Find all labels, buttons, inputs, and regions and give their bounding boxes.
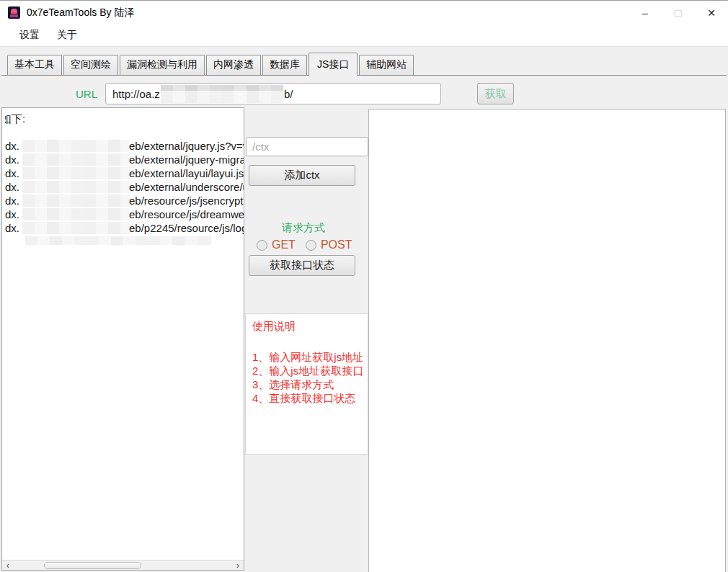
tab-database[interactable]: 数据库 xyxy=(262,55,307,75)
list-item[interactable]: dx.eb/resource/js/jsencrypt.js? xyxy=(5,194,244,207)
tab-basic-tools[interactable]: 基本工具 xyxy=(7,55,62,75)
request-method-label: 请求方式 xyxy=(246,221,361,235)
item-blur xyxy=(22,167,129,179)
usage-item: 3、选择请求方式 xyxy=(252,377,368,391)
list-item[interactable]: dx.eb/external/jquery.js?v=v1.. xyxy=(5,139,244,153)
item-blur xyxy=(22,140,129,152)
scroll-left-arrow[interactable]: ‹ xyxy=(2,560,14,570)
url-input[interactable]: http://oa.z b/ xyxy=(105,83,441,104)
menu-item-about[interactable]: 关于 xyxy=(56,27,79,44)
minimize-button[interactable]: – xyxy=(629,1,662,24)
usage-item: 4、直接获取接口状态 xyxy=(252,391,368,405)
item-blur xyxy=(22,195,129,207)
usage-panel: 使用说明 1、输入网址获取js地址 2、输入js地址获取接口 3、选择请求方式 … xyxy=(245,313,368,455)
item-blur xyxy=(22,181,129,193)
url-label: URL xyxy=(76,88,97,100)
tab-helper-sites[interactable]: 辅助网站 xyxy=(359,55,414,75)
item-blur xyxy=(25,236,211,245)
url-value-suffix: b/ xyxy=(284,88,293,100)
tab-vuln-detect[interactable]: 漏洞检测与利用 xyxy=(120,55,205,75)
get-status-button[interactable]: 获取接口状态 xyxy=(249,255,355,276)
usage-item: 2、输入js地址获取接口 xyxy=(252,364,368,377)
item-blur xyxy=(22,222,129,234)
h-scrollbar[interactable]: ‹ › xyxy=(2,560,244,570)
list-item[interactable]: dx.eb/p2245/resource/js/login xyxy=(5,221,244,235)
post-radio[interactable] xyxy=(306,240,316,251)
scroll-track[interactable] xyxy=(14,560,232,571)
item-blur xyxy=(22,153,129,166)
maximize-button: ▢ xyxy=(662,1,695,24)
menubar: 设置 关于 xyxy=(0,24,728,47)
menu-item-settings[interactable]: 设置 xyxy=(18,27,41,44)
ctx-input[interactable] xyxy=(246,137,368,156)
window-titlebar: 0x7eTeamTools By 陆泽 – ▢ ✕ xyxy=(0,1,728,24)
tab-js-api[interactable]: JS接口 xyxy=(308,53,358,76)
redacted-blur xyxy=(161,85,283,103)
item-blur xyxy=(22,208,129,220)
list-item[interactable]: dx.eb/external/jquery-migrate xyxy=(5,153,244,166)
list-header: 如 下: xyxy=(5,112,244,126)
request-method-row: GET POST xyxy=(257,238,352,251)
post-label[interactable]: POST xyxy=(321,238,352,251)
window-title: 0x7eTeamTools By 陆泽 xyxy=(27,6,134,19)
list-item[interactable]: dx.eb/resource/js/dreamweb- xyxy=(5,207,244,221)
list-item[interactable]: dx.eb/external/underscore/un xyxy=(5,180,244,194)
usage-item: 1、输入网址获取js地址 xyxy=(252,350,368,364)
close-button[interactable]: ✕ xyxy=(695,1,728,24)
url-value-prefix: http://oa.z xyxy=(112,88,160,100)
list-item[interactable]: dx.eb/external/layui/layui.js?v xyxy=(5,166,244,180)
scroll-right-arrow[interactable]: › xyxy=(232,560,244,570)
clipped-char: 如 xyxy=(5,112,12,126)
fetch-button[interactable]: 获取 xyxy=(477,83,514,104)
tab-space-mapping[interactable]: 空间测绘 xyxy=(63,55,118,75)
tab-bar: 基本工具 空间测绘 漏洞检测与利用 内网渗透 数据库 JS接口 辅助网站 xyxy=(1,52,727,76)
usage-title: 使用说明 xyxy=(252,320,368,334)
js-list-panel[interactable]: 如 下: dx.eb/external/jquery.js?v=v1.. dx.… xyxy=(1,107,244,571)
get-radio[interactable] xyxy=(257,240,267,251)
add-ctx-button[interactable]: 添加ctx xyxy=(249,165,355,186)
get-label[interactable]: GET xyxy=(272,238,296,251)
js-list-content: 如 下: dx.eb/external/jquery.js?v=v1.. dx.… xyxy=(2,108,244,560)
tab-intranet[interactable]: 内网渗透 xyxy=(206,55,261,75)
results-panel[interactable] xyxy=(368,109,726,572)
app-icon xyxy=(8,6,20,19)
scroll-thumb[interactable] xyxy=(44,562,141,569)
